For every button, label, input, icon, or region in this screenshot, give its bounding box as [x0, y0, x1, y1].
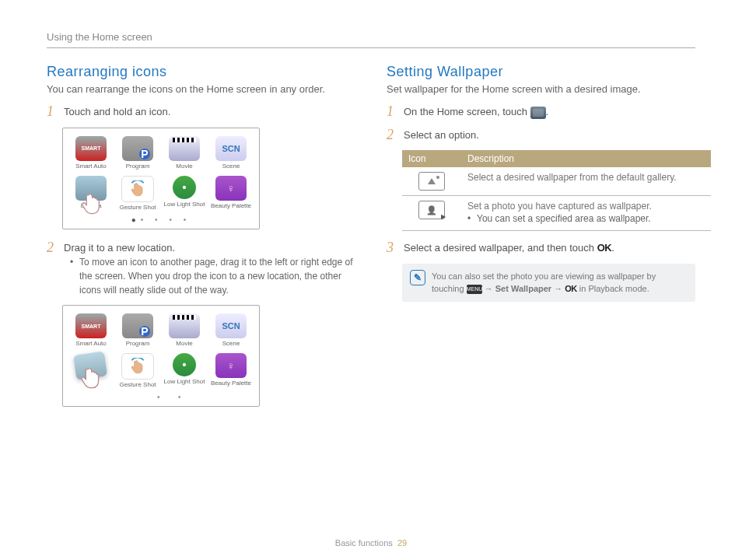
step-number: 2 — [47, 240, 58, 254]
page-dots: • • — [69, 393, 253, 401]
step-1: 1 Touch and hold an icon. — [47, 104, 355, 120]
table-row: Select a desired wallpaper from the defa… — [402, 167, 711, 196]
note-arrow: → — [554, 284, 565, 293]
wallpaper-intro: Set wallpaper for the Home screen with a… — [387, 83, 695, 95]
app-program: Program — [116, 136, 159, 170]
step-text: Select a desired wallpaper, and then tou… — [404, 242, 597, 254]
table-desc: Set a photo you have captured as wallpap… — [467, 201, 652, 212]
app-live-panorama: Live Pa — [69, 176, 113, 211]
note-text: in Playback mode. — [579, 284, 649, 293]
step-3: 3 Select a desired wallpaper, and then t… — [387, 240, 695, 256]
table-bullet: You can set a specified area as wallpape… — [467, 212, 705, 226]
home-screen-preview-2: Smart Auto Program Movie Scene Gesture S… — [62, 305, 260, 407]
wallpaper-options-table: Icon Description Select a desired wallpa… — [402, 150, 711, 231]
note-icon: ✎ — [410, 270, 425, 285]
step-number: 2 — [387, 128, 397, 142]
step-2: 2 Select an option. — [387, 128, 695, 143]
app-movie: Movie — [163, 136, 206, 170]
table-desc: Select a desired wallpaper from the defa… — [461, 167, 711, 196]
app-beauty-palette: Beauty Palette — [209, 176, 253, 211]
step-text: . — [611, 242, 614, 254]
page-dots: ●• • • • — [69, 215, 253, 224]
step-text: Drag it to a new location. — [64, 242, 175, 254]
gallery-icon — [418, 172, 445, 191]
ok-label: OK — [565, 284, 577, 293]
step-text: . — [546, 106, 549, 117]
note-bold: Set Wallpaper — [495, 284, 551, 293]
app-gesture-shot: Gesture Shot — [116, 353, 159, 388]
table-header-icon: Icon — [402, 150, 461, 167]
step-bullet: To move an icon to another page, drag it… — [70, 255, 355, 297]
app-movie: Movie — [163, 313, 206, 347]
user-photo-icon — [418, 201, 445, 219]
step-1: 1 On the Home screen, touch . — [387, 104, 695, 120]
app-program: Program — [116, 313, 159, 347]
step-number: 1 — [387, 104, 397, 118]
app-scene: Scene — [209, 136, 253, 170]
table-row: Set a photo you have captured as wallpap… — [402, 196, 711, 231]
wallpaper-column: Setting Wallpaper Set wallpaper for the … — [387, 64, 695, 418]
step-text: Touch and hold an icon. — [64, 104, 170, 120]
home-screen-preview-1: Smart Auto Program Movie Scene Live Pa G… — [62, 128, 260, 229]
app-scene: Scene — [209, 313, 253, 347]
app-low-light: Low Light Shot — [163, 176, 206, 211]
app-smart-auto: Smart Auto — [69, 136, 113, 170]
wallpaper-app-icon — [530, 107, 546, 119]
ok-label: OK — [597, 242, 612, 254]
app-gesture-shot: Gesture Shot — [116, 176, 159, 211]
footer-section: Basic functions — [335, 538, 393, 548]
step-text: On the Home screen, touch — [404, 106, 530, 117]
page-number: 29 — [397, 538, 407, 548]
note-arrow: → — [485, 284, 495, 293]
note-box: ✎ You can also set the photo you are vie… — [402, 264, 695, 302]
page-footer: Basic functions 29 — [0, 538, 742, 548]
step-text: Select an option. — [404, 128, 479, 143]
rearranging-title: Rearranging icons — [47, 64, 355, 80]
table-header-desc: Description — [461, 150, 711, 167]
rearranging-intro: You can rearrange the icons on the Home … — [47, 83, 355, 95]
app-smart-auto: Smart Auto — [69, 313, 113, 347]
step-number: 3 — [387, 240, 397, 254]
step-2: 2 Drag it to a new location. To move an … — [47, 240, 355, 298]
app-dragging-icon — [67, 350, 115, 390]
app-beauty-palette: Beauty Palette — [209, 353, 253, 388]
menu-icon: MENU — [467, 285, 482, 294]
wallpaper-title: Setting Wallpaper — [387, 64, 695, 80]
step-number: 1 — [47, 104, 58, 118]
rearranging-column: Rearranging icons You can rearrange the … — [47, 64, 355, 418]
section-header: Using the Home screen — [47, 31, 695, 48]
app-low-light: Low Light Shot — [163, 353, 206, 388]
